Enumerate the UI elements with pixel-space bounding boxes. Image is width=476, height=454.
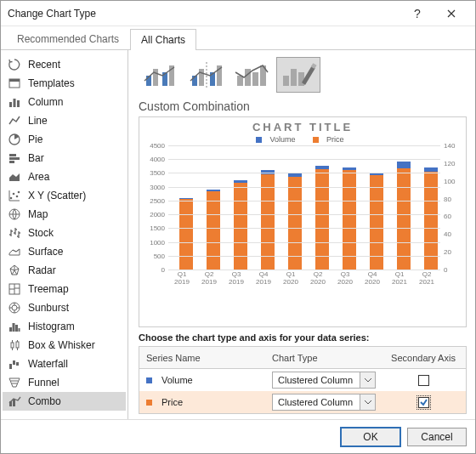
secondary-axis-checkbox-volume[interactable] bbox=[418, 375, 429, 386]
sidebar-item-label: Recent bbox=[28, 59, 60, 71]
sidebar-item-map[interactable]: Map bbox=[3, 205, 126, 224]
svg-rect-22 bbox=[16, 342, 19, 348]
waterfall-icon bbox=[8, 357, 21, 371]
plot-area bbox=[168, 145, 440, 270]
sidebar-item-line[interactable]: Line bbox=[3, 111, 126, 130]
sidebar-item-waterfall[interactable]: Waterfall bbox=[3, 355, 126, 373]
combo-subtype-2[interactable] bbox=[184, 57, 229, 93]
sidebar-item-label: Radar bbox=[28, 264, 56, 276]
ok-button[interactable]: OK bbox=[341, 428, 400, 446]
funnel-icon bbox=[8, 376, 21, 389]
svg-rect-4 bbox=[17, 100, 20, 107]
svg-rect-29 bbox=[153, 69, 158, 86]
sunburst-icon bbox=[8, 301, 21, 315]
sidebar-item-funnel[interactable]: Funnel bbox=[3, 373, 126, 392]
secondary-y-axis: 020406080100120140 bbox=[442, 145, 461, 270]
svg-point-12 bbox=[18, 191, 20, 194]
chart-title: CHART TITLE bbox=[144, 121, 461, 133]
chevron-down-icon bbox=[360, 394, 375, 410]
svg-rect-23 bbox=[9, 364, 12, 369]
series-row-volume[interactable]: VolumeClustered Column bbox=[139, 369, 466, 391]
close-icon bbox=[447, 9, 456, 18]
sidebar-item-column[interactable]: Column bbox=[3, 93, 126, 111]
sidebar-item-label: Column bbox=[28, 96, 63, 108]
templates-icon bbox=[8, 77, 21, 90]
recent-icon bbox=[8, 58, 21, 71]
radar-icon bbox=[8, 264, 21, 277]
sidebar-item-surface[interactable]: Surface bbox=[3, 242, 126, 261]
combo-subtype-row bbox=[139, 57, 467, 93]
sidebar-item-sunburst[interactable]: Sunburst bbox=[3, 298, 126, 317]
tabstrip: Recommended Charts All Charts bbox=[1, 26, 475, 50]
chart-type-select-price[interactable]: Clustered Column bbox=[272, 394, 376, 411]
svg-rect-18 bbox=[13, 323, 15, 332]
scatter-icon bbox=[8, 189, 21, 202]
cancel-button[interactable]: Cancel bbox=[407, 428, 467, 446]
close-button[interactable] bbox=[434, 2, 468, 26]
sidebar-item-radar[interactable]: Radar bbox=[3, 261, 126, 280]
sidebar-item-label: Waterfall bbox=[28, 358, 68, 370]
map-icon bbox=[8, 207, 21, 221]
svg-rect-19 bbox=[15, 325, 18, 332]
sidebar-item-label: Treemap bbox=[28, 283, 69, 295]
sidebar-item-histogram[interactable]: Histogram bbox=[3, 317, 126, 336]
svg-rect-33 bbox=[199, 69, 204, 86]
sidebar-item-label: Area bbox=[28, 171, 49, 183]
primary-y-axis: 050010001500200025003000350040004500 bbox=[144, 145, 167, 270]
sidebar-item-label: Map bbox=[28, 208, 48, 220]
series-name-cell: Volume bbox=[139, 375, 267, 385]
sidebar-item-treemap[interactable]: Treemap bbox=[3, 280, 126, 298]
histogram-icon bbox=[8, 320, 21, 333]
tab-recommended[interactable]: Recommended Charts bbox=[6, 28, 130, 49]
svg-rect-20 bbox=[19, 328, 20, 332]
series-table: Series Name Chart Type Secondary Axis Vo… bbox=[139, 346, 467, 414]
svg-rect-7 bbox=[9, 157, 20, 160]
tab-all-charts[interactable]: All Charts bbox=[130, 29, 196, 50]
sidebar-item-box[interactable]: Box & Whisker bbox=[3, 336, 126, 355]
chart-preview: CHART TITLE Volume Price 050010001500200… bbox=[139, 116, 467, 327]
sidebar-item-label: Templates bbox=[28, 77, 75, 89]
chart-type-select-volume[interactable]: Clustered Column bbox=[272, 372, 376, 389]
svg-rect-43 bbox=[298, 72, 304, 86]
svg-rect-17 bbox=[9, 327, 12, 332]
bar-icon bbox=[8, 151, 21, 165]
sidebar-item-stock[interactable]: Stock bbox=[3, 224, 126, 242]
combo-subtype-3[interactable] bbox=[230, 57, 275, 93]
sidebar-item-label: Pie bbox=[28, 133, 42, 145]
titlebar: Change Chart Type ? bbox=[1, 1, 475, 26]
series-row-price[interactable]: PriceClustered Column bbox=[139, 391, 466, 413]
svg-rect-41 bbox=[283, 76, 289, 86]
area-icon bbox=[8, 170, 21, 184]
pie-icon bbox=[8, 133, 21, 146]
col-chart-type: Chart Type bbox=[267, 353, 381, 363]
column-icon bbox=[8, 95, 21, 109]
sidebar-item-label: Box & Whisker bbox=[28, 339, 95, 351]
sidebar-item-recent[interactable]: Recent bbox=[3, 55, 126, 74]
help-button[interactable]: ? bbox=[400, 2, 434, 26]
stock-icon bbox=[8, 226, 21, 240]
sidebar-item-bar[interactable]: Bar bbox=[3, 149, 126, 167]
svg-rect-21 bbox=[11, 343, 14, 348]
sidebar-item-label: Line bbox=[28, 115, 48, 127]
surface-icon bbox=[8, 245, 21, 258]
legend-price: Price bbox=[326, 135, 344, 144]
sidebar-item-label: X Y (Scatter) bbox=[28, 190, 86, 201]
combo-subtype-custom[interactable] bbox=[276, 57, 320, 93]
sidebar-item-templates[interactable]: Templates bbox=[3, 74, 126, 93]
chevron-down-icon bbox=[360, 372, 375, 388]
window-title: Change Chart Type bbox=[8, 8, 400, 20]
combo-subtype-1[interactable] bbox=[139, 57, 183, 93]
chart-category-sidebar: RecentTemplatesColumnLinePieBarAreaX Y (… bbox=[1, 50, 128, 419]
sidebar-item-scatter[interactable]: X Y (Scatter) bbox=[3, 186, 126, 205]
svg-rect-25 bbox=[16, 362, 19, 366]
chart-legend: Volume Price bbox=[144, 135, 461, 144]
sidebar-item-area[interactable]: Area bbox=[3, 167, 126, 186]
sidebar-item-label: Stock bbox=[28, 227, 54, 239]
x-axis: Q12019Q22019Q32019Q42019Q12020Q22020Q320… bbox=[168, 271, 440, 287]
sidebar-item-label: Funnel bbox=[28, 377, 60, 389]
sidebar-item-pie[interactable]: Pie bbox=[3, 130, 126, 149]
sidebar-item-combo[interactable]: Combo bbox=[3, 392, 126, 411]
sidebar-item-label: Bar bbox=[28, 152, 44, 164]
svg-rect-6 bbox=[9, 154, 16, 156]
secondary-axis-checkbox-price[interactable] bbox=[418, 397, 429, 408]
